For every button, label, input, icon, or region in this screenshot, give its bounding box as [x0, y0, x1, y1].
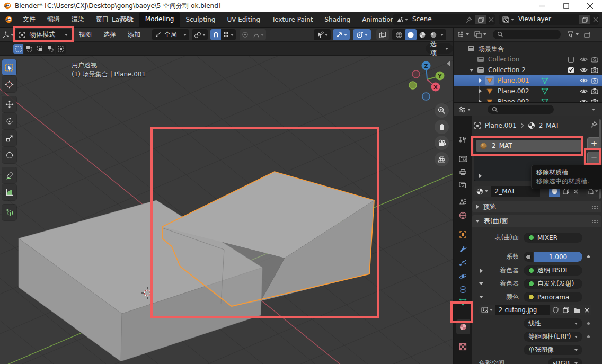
collection-2-expander[interactable] [470, 69, 474, 72]
menu-edit[interactable]: 编辑 [41, 15, 66, 24]
tab-tool-icon[interactable] [458, 136, 467, 145]
tab-world-icon[interactable] [458, 211, 467, 220]
proportional-falloff-dropdown[interactable] [250, 29, 266, 40]
color-dropdown[interactable]: Panorama [524, 292, 582, 302]
shader1-dropdown[interactable]: 透明 BSDF [524, 265, 582, 276]
menu-view[interactable]: 视图 [73, 30, 98, 39]
menu-select[interactable]: 选择 [98, 30, 122, 39]
tab-shading[interactable]: Shading [318, 16, 356, 23]
tool-rotate[interactable] [2, 113, 16, 129]
scene-name[interactable]: Scene [412, 15, 432, 23]
tool-cursor[interactable] [2, 76, 16, 92]
tool-annotate[interactable] [2, 167, 16, 183]
plane-002-expander[interactable] [479, 89, 482, 93]
gizmo-axis-neg-x[interactable] [412, 70, 420, 78]
tool-add-cube[interactable] [2, 205, 16, 220]
hide-eye-icon[interactable] [580, 67, 588, 73]
decorator-dot-icon[interactable] [587, 335, 590, 338]
source-dropdown[interactable]: 单张图像 [524, 345, 582, 355]
select-mode-extend-button[interactable] [24, 44, 34, 54]
proportional-editing-toggle[interactable] [240, 29, 250, 40]
tab-modeling[interactable]: Modeling [139, 12, 180, 27]
projection-dropdown[interactable]: 等距圆柱(ERP) [524, 332, 582, 342]
breadcrumb-material[interactable]: 2_MAT [539, 122, 560, 129]
select-mode-subtract-button[interactable] [34, 44, 45, 54]
viewlayer-selector[interactable]: ViewLayer [499, 14, 599, 25]
shading-wireframe-button[interactable] [394, 29, 404, 40]
breadcrumb-object[interactable]: Plane.001 [485, 122, 517, 129]
surface-shader-dropdown[interactable]: MIXER [524, 233, 582, 243]
hide-eye-icon[interactable] [580, 77, 588, 84]
options-dropdown[interactable]: 选项 [426, 43, 453, 54]
select-mode-intersect-button[interactable] [56, 44, 66, 54]
interpolation-dropdown[interactable]: 线性 [524, 318, 582, 329]
tab-texture-paint[interactable]: Texture Paint [266, 16, 318, 23]
camera-view-button[interactable] [435, 136, 449, 150]
fac-slider[interactable]: 1.000 [534, 252, 582, 262]
zoom-button[interactable] [435, 103, 449, 118]
render-camera-icon[interactable] [591, 88, 598, 94]
select-mode-invert-button[interactable] [45, 44, 55, 54]
panel-grip-icon[interactable] [592, 220, 593, 221]
viewlayer-remove-icon[interactable] [593, 17, 598, 22]
hide-eye-icon[interactable] [580, 99, 588, 103]
sidebar-collapse-arrow[interactable] [447, 61, 450, 66]
preview-panel-header[interactable]: 预览 [472, 201, 601, 212]
tool-transform[interactable] [2, 147, 16, 163]
image-fake-user-button[interactable] [550, 305, 561, 315]
hide-eye-icon[interactable] [580, 56, 588, 63]
image-new-button[interactable] [561, 305, 571, 315]
outliner-row-collection[interactable]: Collection [454, 54, 602, 65]
image-unlink-button[interactable] [582, 305, 591, 315]
outliner-filter-button[interactable] [567, 31, 579, 38]
show-gizmo-dropdown[interactable] [314, 29, 331, 40]
overlays-toggle-dropdown[interactable] [353, 29, 371, 40]
animate-decorator-icon[interactable] [587, 255, 590, 258]
tab-layout[interactable]: Layout [106, 16, 139, 23]
shading-material-button[interactable] [417, 29, 428, 40]
tool-measure[interactable] [2, 184, 16, 200]
mode-dropdown[interactable]: 物体模式 [15, 29, 72, 40]
surface-panel-header[interactable]: 表(曲)面 [472, 215, 601, 227]
menu-add[interactable]: 添加 [122, 30, 146, 39]
maximize-button[interactable] [554, 0, 578, 12]
shading-solid-button[interactable] [405, 29, 417, 40]
collection-2-exclude-checkbox[interactable] [568, 67, 574, 73]
outliner-search-field[interactable] [493, 30, 561, 39]
image-name-field[interactable]: 2-cufang.jpg [495, 305, 550, 315]
render-camera-icon[interactable] [591, 67, 598, 73]
viewport-3d[interactable]: 用户透视 (1) 场景集合 | Plane.001 Z Y X [0, 56, 453, 364]
collection-exclude-checkbox[interactable] [568, 57, 574, 63]
browse-material-button[interactable] [474, 186, 491, 197]
panel-grip-icon[interactable] [592, 206, 593, 207]
tool-move[interactable] [2, 96, 16, 112]
editor-type-button[interactable] [2, 30, 14, 40]
close-button[interactable] [578, 0, 602, 12]
viewlayer-name[interactable]: ViewLayer [518, 15, 551, 23]
render-camera-icon[interactable] [591, 99, 598, 103]
render-camera-icon[interactable] [591, 77, 598, 84]
outliner-row-plane-002[interactable]: Plane.002 [454, 86, 602, 96]
xray-toggle[interactable] [376, 29, 389, 40]
gizmo-axis-neg-y[interactable] [409, 82, 417, 89]
image-open-button[interactable] [571, 305, 582, 315]
pin-icon[interactable] [465, 16, 472, 23]
material-slot-row[interactable]: 2_MAT [476, 140, 581, 152]
outliner-row-plane-003[interactable]: Plane.003 [454, 96, 602, 103]
perspective-toggle-button[interactable] [435, 152, 449, 166]
outliner-row-plane-001[interactable]: Plane.001 [454, 75, 602, 86]
shading-rendered-button[interactable] [428, 29, 439, 40]
properties-search-field[interactable] [488, 105, 554, 114]
snap-toggle[interactable] [210, 29, 221, 40]
decorator-dot-icon[interactable] [587, 322, 590, 325]
outliner-row-scene-collection[interactable]: 场景集合 [454, 43, 602, 54]
browse-image-button[interactable] [479, 305, 495, 315]
tab-sculpting[interactable]: Sculpting [180, 16, 221, 23]
properties-header-menu-chevron-icon[interactable] [592, 109, 595, 111]
tool-select-box[interactable] [2, 59, 16, 75]
scene-new-button[interactable] [475, 15, 486, 24]
gizmos-toggle-dropdown[interactable] [333, 29, 350, 40]
transform-orientation-dropdown[interactable]: 全局 [152, 29, 189, 40]
pan-hand-button[interactable] [435, 120, 449, 134]
minimize-button[interactable] [530, 0, 554, 12]
